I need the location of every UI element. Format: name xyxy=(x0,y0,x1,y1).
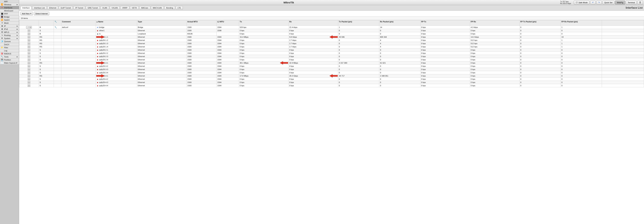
tab-macvlan[interactable]: MACVLAN xyxy=(151,6,164,10)
table-row[interactable]: DS◆ether1Ethernet150015980 bps0 bps000 b… xyxy=(19,29,644,32)
detect-internet-button[interactable]: Detect Internet xyxy=(34,12,49,15)
menu-button[interactable]: ☰ xyxy=(637,1,643,5)
tab-vlan[interactable]: VLAN xyxy=(100,6,109,10)
tab-ip-tunnel[interactable]: IP Tunnel xyxy=(74,6,85,10)
sidebar-item-make-supout-rif[interactable]: 📄Make Supout.rif xyxy=(0,61,19,64)
sidebar-item-interfaces[interactable]: 🔻Interfaces xyxy=(0,6,19,9)
sidebar-item-wifi[interactable]: WiFi xyxy=(0,0,19,3)
table-row[interactable]: DRS◆qsfp28-1-4Ethernet150015840 bps2.7 k… xyxy=(19,45,644,48)
row-action-button[interactable]: D xyxy=(28,55,30,58)
col-header[interactable]: FP Rx xyxy=(470,20,520,26)
col-header[interactable]: Comment xyxy=(61,20,96,26)
col-header[interactable]: ▴ Name xyxy=(96,20,137,26)
col-header[interactable]: 🔧 xyxy=(54,20,61,26)
table-row[interactable]: DS◆qsfp28-4-3Ethernet150015840 bps0 bps0… xyxy=(19,81,644,84)
row-action-button[interactable]: D xyxy=(28,68,30,71)
col-header[interactable]: Tx xyxy=(239,20,288,26)
row-action-button[interactable]: D xyxy=(28,71,30,74)
sidebar-item-mpls[interactable]: ⓂMPLS▶ xyxy=(0,31,19,34)
row-action-button[interactable]: D xyxy=(28,52,30,54)
sidebar-item-files[interactable]: 📁Files xyxy=(0,46,19,49)
row-action-button[interactable]: D xyxy=(28,39,30,42)
row-action-button[interactable]: D xyxy=(28,75,30,77)
col-header[interactable]: Rx Packet (p/s) xyxy=(379,20,420,26)
table-row[interactable]: DRS◆qsfp28-1-2Ethernet150015840 bps2.7 k… xyxy=(19,39,644,42)
row-action-button[interactable]: D xyxy=(28,29,30,32)
tab-bonding[interactable]: Bonding xyxy=(164,6,175,10)
row-action-button[interactable]: D xyxy=(28,62,30,64)
sidebar-item-switch[interactable]: 🔀Switch xyxy=(0,19,19,22)
col-header[interactable]: FP Tx Packet (p/s) xyxy=(520,20,561,26)
sidebar-item-mesh[interactable]: ✳Mesh xyxy=(0,22,19,25)
sidebar-item-log[interactable]: Log xyxy=(0,49,19,52)
table-row[interactable]: DS◆qsfp28-2-2Ethernet150015840 bps0 bps0… xyxy=(19,52,644,55)
row-action-button[interactable]: D xyxy=(28,78,30,80)
table-row[interactable]: DS◆qsfp28-2-1Ethernet150015840 bps0 bps0… xyxy=(19,48,644,52)
row-action-button[interactable]: D xyxy=(28,46,30,48)
table-row[interactable]: DRS◆qsfp28-3-1Ethernet1500158438.1 Mbps3… xyxy=(19,61,644,65)
table-row[interactable]: DS◆qsfp28-3-4Ethernet150015840 bps0 bps0… xyxy=(19,71,644,74)
sidebar-item-wireless[interactable]: 📶Wireless▶ xyxy=(0,3,19,6)
col-header[interactable] xyxy=(602,20,644,26)
col-header[interactable] xyxy=(19,20,39,26)
sidebar-item-tools[interactable]: 🔧Tools▶ xyxy=(0,55,19,58)
sidebar-item-ppp[interactable]: 🅿PPP xyxy=(0,12,19,15)
sidebar-item-bridge[interactable]: 🌉Bridge xyxy=(0,15,19,19)
tab-macsec[interactable]: MACsec xyxy=(139,6,150,10)
row-action-button[interactable]: D xyxy=(28,36,30,38)
table-row[interactable]: DR◉loLoopback655360 bps0 bps000 bps0 bps… xyxy=(19,32,644,36)
redo-button[interactable]: ↷ xyxy=(596,1,602,5)
sidebar-item-ipv6[interactable]: 🛠IPv6▶ xyxy=(0,28,19,31)
table-row[interactable]: DS◆qsfp28-4-4Ethernet150015840 bps0 bps0… xyxy=(19,84,644,87)
row-action-button[interactable]: D xyxy=(28,65,30,67)
col-header[interactable]: Actual MTU xyxy=(186,20,216,26)
table-row[interactable]: DS◆qsfp28-3-2Ethernet150015840 bps0 bps0… xyxy=(19,65,644,68)
col-header[interactable]: FP Rx Packet (p/s) xyxy=(561,20,602,26)
table-row[interactable]: DS◆qsfp28-3-3Ethernet150015840 bps0 bps0… xyxy=(19,68,644,71)
row-action-button[interactable]: - xyxy=(26,26,29,29)
table-row[interactable]: DS◆qsfp28-2-3Ethernet150015840 bps0 bps0… xyxy=(19,55,644,58)
table-row[interactable]: DRS◆qsfp28-1-3Ethernet150015840 bps2.7 k… xyxy=(19,42,644,45)
tab-interface[interactable]: Interface xyxy=(20,6,32,10)
col-header[interactable]: L2 MTU xyxy=(216,20,239,26)
undo-button[interactable]: ↶ xyxy=(590,1,596,5)
sidebar-item-radius[interactable]: 🎯RADIUS xyxy=(0,52,19,55)
col-header[interactable] xyxy=(39,20,54,26)
row-action-button[interactable]: D xyxy=(28,59,30,61)
sidebar-item-routing[interactable]: ↪Routing▶ xyxy=(0,34,19,37)
table-row[interactable]: DS◆qsfp28-4-2Ethernet150015840 bps0 bps0… xyxy=(19,78,644,81)
row-action-button[interactable]: D xyxy=(28,33,30,35)
row-action-button[interactable]: D xyxy=(28,81,30,84)
sidebar-item-ip[interactable]: 🛠IP▶ xyxy=(0,25,19,28)
col-header[interactable]: Rx xyxy=(288,20,338,26)
col-header[interactable]: Type xyxy=(137,20,186,26)
safe-mode-button[interactable]: 🛡Safe Mode xyxy=(574,1,590,5)
webfig-button[interactable]: WebFig xyxy=(615,1,625,5)
sidebar-item-dot1x[interactable]: Dot1X xyxy=(0,43,19,46)
col-header[interactable]: Tx Packet (p/s) xyxy=(338,20,379,26)
row-action-button[interactable]: D xyxy=(29,26,32,29)
col-header[interactable]: FP Tx xyxy=(420,20,470,26)
terminal-button[interactable]: Terminal xyxy=(626,1,637,5)
tab-interface-list[interactable]: Interface List xyxy=(32,6,47,10)
tab-vrrp[interactable]: VRRP xyxy=(120,6,129,10)
row-action-button[interactable]: D xyxy=(28,42,30,45)
quick-set-button[interactable]: Quick Set xyxy=(602,1,614,5)
table-row[interactable]: DS◆qsfp28-2-4Ethernet150015840 bps0 bps0… xyxy=(19,58,644,61)
add-new-button[interactable]: Add New▾ xyxy=(20,12,33,15)
tab-ethernet[interactable]: Ethernet xyxy=(47,6,58,10)
tab-eoip-tunnel[interactable]: EoIP Tunnel xyxy=(59,6,73,10)
row-action-button[interactable]: D xyxy=(28,49,30,51)
tab-veth[interactable]: VETH xyxy=(130,6,139,10)
sidebar-item-wireguard[interactable]: WireGuard xyxy=(0,9,19,12)
tab-lte[interactable]: LTE xyxy=(176,6,183,10)
table-row[interactable]: DRS◆qsfp28-4-1Ethernet1500158417.8 Mbps2… xyxy=(19,74,644,78)
sidebar-item-system[interactable]: ⚙System▶ xyxy=(0,37,19,40)
tab-vxlan[interactable]: VXLAN xyxy=(110,6,120,10)
table-row[interactable]: DRS◆qsfp28-1-1Ethernet1500158415.4 Mbps9… xyxy=(19,36,644,39)
sidebar-item-queues[interactable]: 🧊Queues xyxy=(0,40,19,43)
tab-gre-tunnel[interactable]: GRE Tunnel xyxy=(86,6,100,10)
sidebar-item-partition[interactable]: 💾Partition xyxy=(0,58,19,61)
table-row[interactable]: -DR🔧defconf⇄bridgeBridge15001584528 bps2… xyxy=(19,26,644,29)
row-action-button[interactable]: D xyxy=(28,84,30,87)
